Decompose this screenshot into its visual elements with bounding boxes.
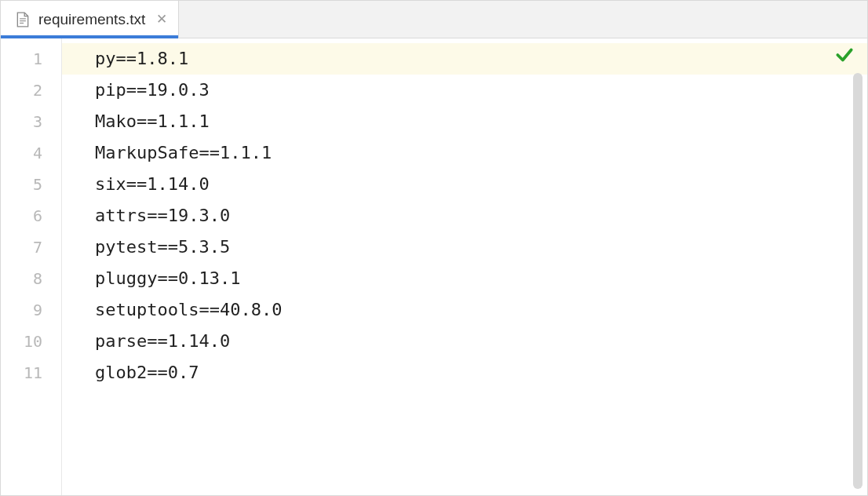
code-line[interactable]: py==1.8.1 bbox=[62, 43, 867, 75]
line-number: 1 bbox=[1, 43, 61, 75]
code-line[interactable]: pytest==5.3.5 bbox=[95, 232, 867, 263]
line-number: 9 bbox=[1, 294, 61, 326]
tab-label: requirements.txt bbox=[38, 11, 145, 28]
line-number: 2 bbox=[1, 75, 61, 106]
tab-bar: requirements.txt ✕ bbox=[1, 1, 867, 38]
code-line[interactable]: parse==1.14.0 bbox=[95, 326, 867, 357]
line-number: 10 bbox=[1, 326, 61, 357]
file-text-icon bbox=[15, 11, 31, 28]
tab-requirements[interactable]: requirements.txt ✕ bbox=[1, 1, 179, 38]
scrollbar-thumb[interactable] bbox=[853, 73, 863, 489]
line-number: 5 bbox=[1, 169, 61, 200]
line-number: 8 bbox=[1, 263, 61, 294]
line-number: 6 bbox=[1, 200, 61, 232]
code-line[interactable]: pluggy==0.13.1 bbox=[95, 263, 867, 294]
code-line[interactable]: pip==19.0.3 bbox=[95, 75, 867, 106]
line-number: 11 bbox=[1, 357, 61, 388]
line-number: 7 bbox=[1, 232, 61, 263]
code-line[interactable]: setuptools==40.8.0 bbox=[95, 294, 867, 326]
scrollbar[interactable] bbox=[853, 73, 863, 489]
gutter: 1234567891011 bbox=[1, 38, 62, 495]
code-line[interactable]: Mako==1.1.1 bbox=[95, 106, 867, 137]
line-number: 4 bbox=[1, 137, 61, 169]
code-line[interactable]: MarkupSafe==1.1.1 bbox=[95, 137, 867, 169]
code-line[interactable]: six==1.14.0 bbox=[95, 169, 867, 200]
code-line[interactable]: attrs==19.3.0 bbox=[95, 200, 867, 232]
check-icon bbox=[834, 45, 855, 65]
close-icon[interactable]: ✕ bbox=[156, 13, 167, 26]
code-line[interactable]: glob2==0.7 bbox=[95, 357, 867, 388]
line-number: 3 bbox=[1, 106, 61, 137]
code-area[interactable]: py==1.8.1pip==19.0.3Mako==1.1.1MarkupSaf… bbox=[62, 38, 867, 495]
editor: 1234567891011 py==1.8.1pip==19.0.3Mako==… bbox=[1, 38, 867, 495]
